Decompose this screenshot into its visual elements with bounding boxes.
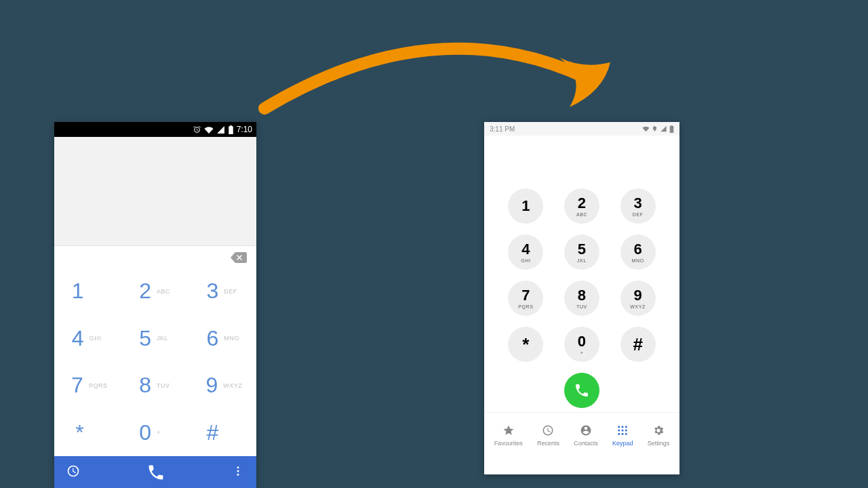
svg-point-8 (625, 430, 627, 432)
overflow-menu-button[interactable] (232, 465, 244, 480)
svg-point-3 (618, 426, 620, 428)
key-digit: 5 (578, 242, 586, 257)
key-*[interactable]: * (54, 409, 121, 457)
key-letters: TUV (157, 382, 174, 389)
key-digit: 2 (136, 279, 151, 304)
tab-label: Recents (537, 440, 559, 447)
status-bar: 3:11 PM (484, 122, 679, 136)
call-button[interactable] (564, 373, 599, 408)
key-letters: JKL (577, 258, 587, 263)
tab-recents[interactable]: Recents (537, 424, 559, 447)
tab-contacts[interactable]: Contacts (574, 424, 598, 447)
key-letters: GHI (90, 335, 107, 342)
key-1[interactable]: 1 (54, 268, 121, 315)
history-button[interactable] (66, 464, 80, 481)
phone-new-dialer: 3:11 PM 12ABC3DEF4GHI5JKL6MNO7PQRS8TUV9W… (484, 122, 679, 474)
location-icon (652, 125, 658, 132)
svg-point-9 (618, 433, 620, 435)
keypad-icon (616, 424, 629, 438)
key-digit: 6 (634, 242, 642, 257)
key-digit: 3 (634, 196, 642, 211)
bottom-action-bar (54, 456, 256, 488)
key-letters: DEF (224, 288, 241, 295)
key-4[interactable]: 4GHI (508, 235, 543, 270)
key-digit: 1 (521, 199, 530, 214)
phone-old-dialer: 7:10 12ABC3DEF4GHI5JKL6MNO7PQRS8TUV9WXYZ… (54, 122, 256, 488)
transition-arrow-icon (244, 27, 624, 122)
status-time: 7:10 (237, 125, 252, 134)
key-digit: 1 (69, 279, 84, 304)
key-digit: 5 (136, 326, 151, 351)
key-letters: + (157, 429, 174, 436)
signal-icon (216, 125, 225, 134)
battery-icon (669, 125, 674, 133)
key-digit: 8 (136, 373, 151, 398)
key-5[interactable]: 5JKL (564, 235, 599, 270)
key-0[interactable]: 0+ (564, 327, 599, 362)
status-time: 3:11 PM (490, 125, 515, 133)
key-6[interactable]: 6MNO (620, 235, 656, 270)
key-7[interactable]: 7PQRS (54, 362, 121, 409)
svg-point-1 (237, 470, 239, 472)
key-8[interactable]: 8TUV (564, 281, 599, 316)
key-letters: WXYZ (223, 382, 242, 389)
key-2[interactable]: 2ABC (121, 268, 189, 315)
number-display (54, 137, 256, 246)
key-digit: 9 (634, 288, 642, 303)
key-3[interactable]: 3DEF (620, 188, 656, 224)
key-#[interactable]: # (189, 409, 256, 457)
keypad: 12ABC3DEF4GHI5JKL6MNO7PQRS8TUV9WXYZ*0+# (54, 268, 256, 456)
svg-point-5 (625, 426, 627, 428)
key-letters: WXYZ (630, 304, 646, 309)
keypad: 12ABC3DEF4GHI5JKL6MNO7PQRS8TUV9WXYZ*0+# (484, 183, 679, 367)
key-digit: * (522, 336, 529, 353)
tab-label: Settings (648, 440, 670, 447)
key-3[interactable]: 3DEF (189, 268, 256, 315)
key-digit: 7 (521, 288, 530, 303)
key-8[interactable]: 8TUV (121, 362, 189, 409)
key-#[interactable]: # (620, 327, 656, 362)
number-display (484, 136, 679, 183)
tab-label: Favourites (494, 440, 523, 447)
favourites-icon (502, 424, 515, 438)
key-digit: * (69, 420, 84, 445)
key-digit: 4 (69, 326, 84, 351)
svg-point-2 (237, 474, 239, 476)
svg-point-7 (622, 430, 624, 432)
wifi-icon (204, 125, 214, 134)
key-letters: ABC (576, 212, 587, 217)
key-0[interactable]: 0+ (121, 409, 189, 457)
key-digit: 2 (578, 196, 586, 211)
tab-settings[interactable]: Settings (648, 424, 670, 447)
settings-icon (652, 424, 665, 438)
key-letters: JKL (157, 335, 174, 342)
key-letters: TUV (576, 304, 587, 309)
svg-point-6 (618, 430, 620, 432)
key-9[interactable]: 9WXYZ (620, 281, 656, 316)
bottom-tab-bar: FavouritesRecentsContactsKeypadSettings (484, 412, 679, 455)
key-digit: 7 (68, 373, 83, 398)
key-letters: MNO (224, 335, 241, 342)
svg-point-4 (622, 426, 624, 428)
key-letters: PQRS (89, 382, 108, 389)
backspace-button[interactable] (231, 252, 247, 266)
recents-icon (542, 424, 554, 438)
call-button[interactable] (80, 463, 232, 482)
svg-point-11 (625, 433, 627, 435)
key-5[interactable]: 5JKL (121, 315, 189, 363)
key-6[interactable]: 6MNO (189, 315, 256, 363)
tab-favourites[interactable]: Favourites (494, 424, 523, 447)
key-7[interactable]: 7PQRS (508, 281, 543, 316)
key-letters: PQRS (518, 304, 533, 309)
key-1[interactable]: 1 (508, 188, 543, 224)
key-*[interactable]: * (508, 327, 543, 362)
key-digit: 0 (136, 420, 151, 445)
key-2[interactable]: 2ABC (564, 188, 599, 224)
key-9[interactable]: 9WXYZ (189, 362, 256, 409)
key-4[interactable]: 4GHI (54, 315, 121, 363)
tab-keypad[interactable]: Keypad (612, 424, 633, 447)
svg-point-0 (237, 466, 239, 468)
key-digit: # (203, 420, 218, 445)
svg-point-10 (622, 433, 624, 435)
tab-label: Contacts (574, 440, 598, 447)
